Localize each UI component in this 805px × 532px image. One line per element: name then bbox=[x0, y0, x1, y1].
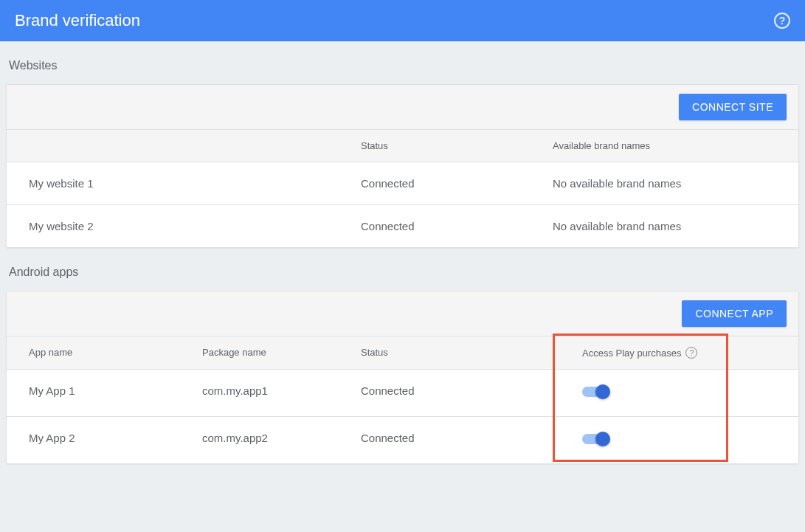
websites-section-title: Websites bbox=[0, 41, 805, 84]
connect-site-button[interactable]: CONNECT SITE bbox=[679, 94, 787, 120]
page-header: Brand verification ? bbox=[0, 0, 805, 41]
app-status: Connected bbox=[361, 432, 553, 449]
app-package: com.my.app1 bbox=[202, 384, 361, 401]
help-icon[interactable]: ? bbox=[774, 13, 790, 29]
website-brand: No available brand names bbox=[553, 220, 798, 232]
app-package: com.my.app2 bbox=[202, 432, 361, 449]
table-row: My website 2 Connected No available bran… bbox=[7, 205, 798, 247]
website-name: My website 1 bbox=[7, 177, 361, 190]
content: Websites CONNECT SITE Status Available b… bbox=[0, 41, 805, 464]
websites-col-status: Status bbox=[361, 140, 553, 151]
annotation-highlight bbox=[553, 334, 728, 462]
website-name: My website 2 bbox=[7, 220, 361, 232]
page-title: Brand verification bbox=[15, 11, 140, 30]
websites-card: CONNECT SITE Status Available brand name… bbox=[6, 84, 799, 248]
apps-col-package: Package name bbox=[202, 347, 361, 359]
app-name: My App 2 bbox=[7, 432, 202, 449]
apps-col-status: Status bbox=[361, 347, 553, 359]
apps-card-header: CONNECT APP bbox=[7, 291, 798, 336]
app-name: My App 1 bbox=[7, 384, 202, 401]
table-row: My website 1 Connected No available bran… bbox=[7, 162, 798, 205]
connect-app-button[interactable]: CONNECT APP bbox=[682, 300, 787, 327]
websites-col-name bbox=[7, 140, 361, 151]
apps-section-title: Android apps bbox=[0, 248, 805, 291]
websites-col-brand: Available brand names bbox=[553, 140, 798, 151]
app-status: Connected bbox=[361, 384, 553, 401]
website-status: Connected bbox=[361, 220, 553, 232]
website-brand: No available brand names bbox=[553, 177, 798, 190]
website-status: Connected bbox=[361, 177, 553, 190]
websites-card-header: CONNECT SITE bbox=[7, 85, 798, 130]
websites-table-header: Status Available brand names bbox=[7, 130, 798, 162]
apps-col-name: App name bbox=[7, 347, 202, 359]
